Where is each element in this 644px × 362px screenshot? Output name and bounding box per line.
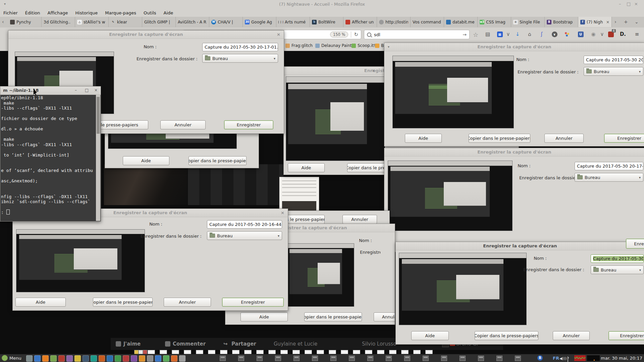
cpu-graph[interactable] bbox=[574, 355, 586, 361]
taskbar-window-button[interactable] bbox=[312, 356, 318, 361]
share-link[interactable]: Partager bbox=[231, 341, 256, 347]
maximize-icon[interactable]: □ bbox=[85, 88, 89, 93]
menu-button[interactable]: Menu bbox=[2, 355, 21, 361]
taskbar-app-icon[interactable] bbox=[34, 355, 41, 362]
zoom-level-pill[interactable]: 150 % bbox=[330, 32, 348, 38]
dialog-titlebar[interactable]: ▾ Enregistrer la capture d'écran bbox=[384, 43, 644, 51]
help-button[interactable]: Aide bbox=[240, 312, 288, 321]
close-icon[interactable]: × bbox=[372, 68, 375, 73]
tab-3[interactable]: △stAllio!'s w bbox=[75, 17, 109, 27]
close-icon[interactable]: × bbox=[277, 32, 280, 37]
new-tab-button[interactable]: + bbox=[624, 19, 628, 24]
tab-8[interactable]: 30Google Ag bbox=[243, 17, 276, 27]
taskbar-app-icon[interactable] bbox=[58, 355, 65, 362]
search-value[interactable]: sdl bbox=[374, 32, 460, 37]
minimize-icon[interactable]: – bbox=[619, 1, 621, 6]
cancel-button[interactable]: Annuler bbox=[164, 298, 211, 307]
taskbar-app-icon[interactable] bbox=[107, 355, 113, 362]
chat-tab-2[interactable]: Silvio Lorusso bbox=[362, 341, 396, 347]
save-button[interactable]: Enregistrer bbox=[604, 134, 644, 143]
taskbar-window-button[interactable] bbox=[275, 356, 281, 361]
taskbar-app-icon[interactable] bbox=[115, 355, 121, 362]
filename-field[interactable]: Capture du 2017-05-30 20-16-44.png bbox=[207, 220, 282, 229]
bookmark-item[interactable]: Frag:glitch bbox=[285, 43, 313, 48]
menubar-item-historique[interactable]: Historique bbox=[75, 10, 98, 15]
taskbar-app-icon[interactable] bbox=[99, 355, 105, 362]
save-button[interactable]: Enregistrer bbox=[224, 120, 273, 129]
minimize-icon[interactable]: – bbox=[75, 88, 77, 93]
scroll-tabs-left-icon[interactable]: ‹ bbox=[2, 19, 4, 24]
tab-18[interactable]: f(7) Nigh× bbox=[578, 17, 612, 27]
taskbar-window-button[interactable] bbox=[515, 356, 521, 361]
colorzilla-icon[interactable] bbox=[564, 31, 571, 38]
tab-14[interactable]: databit.me bbox=[444, 17, 478, 27]
copy-clipboard-button[interactable]: Copier dans le presse-papiers bbox=[93, 298, 153, 307]
folder-select[interactable]: Bureau▾ bbox=[202, 54, 278, 63]
taskbar-window-button[interactable] bbox=[330, 356, 336, 361]
copy-clipboard-button[interactable]: Copier dans le presse-papiers bbox=[189, 156, 247, 165]
downthemall-icon[interactable]: D. bbox=[619, 31, 627, 38]
shield-addon-icon[interactable]: U bbox=[577, 31, 584, 38]
taskbar-window-button[interactable] bbox=[460, 356, 466, 361]
greasemonkey-icon[interactable]: ʃ bbox=[538, 31, 545, 38]
taskbar-window-button[interactable] bbox=[404, 356, 410, 361]
help-button[interactable]: Aide bbox=[405, 134, 442, 143]
tab-11[interactable]: Afficher un bbox=[343, 17, 377, 27]
folder-select[interactable]: Bureau▾ bbox=[575, 173, 643, 182]
search-input[interactable]: sdl → bbox=[364, 30, 470, 39]
filename-field[interactable]: Capture du 2017-05-30 20-17-18.png bbox=[575, 162, 643, 170]
bookmark-item[interactable]: Delaunay Painter bbox=[315, 43, 356, 48]
dialog-titlebar[interactable]: Enregistrer la capture d'écran bbox=[396, 242, 644, 250]
go-arrow-icon[interactable]: → bbox=[463, 32, 467, 37]
like-link[interactable]: J'aime bbox=[123, 341, 141, 347]
scrollbar[interactable] bbox=[96, 95, 100, 221]
adblock-icon[interactable]: 6 bbox=[607, 31, 614, 38]
cancel-button[interactable]: Annuler bbox=[553, 331, 590, 340]
taskbar-window-button[interactable] bbox=[220, 356, 226, 361]
taskbar-app-icon[interactable] bbox=[123, 355, 129, 362]
taskbar-window-button[interactable] bbox=[441, 356, 447, 361]
taskbar-window-button[interactable] bbox=[386, 356, 392, 361]
tab-close-icon[interactable]: × bbox=[606, 20, 609, 24]
taskbar-app-icon[interactable] bbox=[147, 355, 153, 362]
menubar-item-aide[interactable]: Aide bbox=[164, 10, 173, 15]
list-all-tabs-icon[interactable]: ⌄ bbox=[635, 19, 639, 24]
taskbar-window-button[interactable] bbox=[367, 356, 373, 361]
download-icon[interactable]: ↓ bbox=[514, 31, 521, 38]
folder-select[interactable]: Bureau▾ bbox=[591, 265, 644, 274]
volume-icon[interactable]: ◀))) bbox=[559, 356, 567, 361]
save-button[interactable]: Enregistrer bbox=[608, 331, 644, 340]
chat-tab-1[interactable]: Guylaine et Lucie bbox=[274, 341, 317, 347]
folder-select[interactable]: Bureau▾ bbox=[207, 231, 282, 240]
taskbar-app-icon[interactable] bbox=[171, 355, 177, 362]
cancel-button[interactable]: Annuler bbox=[342, 215, 377, 224]
save-chevron-icon[interactable]: ∨ bbox=[504, 31, 512, 38]
dialog-titlebar[interactable]: Enregistrer la capture d'écran bbox=[384, 148, 644, 157]
scroll-tabs-right-icon[interactable]: › bbox=[614, 19, 616, 24]
terminal-output[interactable]: ep0le/ibniz-1.18 make-libs --cflags` -DX… bbox=[1, 95, 96, 221]
help-button[interactable]: Aide bbox=[288, 163, 325, 172]
terminal-titlebar[interactable]: m ~/ibniz-1.18 – □ × bbox=[0, 86, 101, 95]
tab-7[interactable]: WCHA/V | bbox=[209, 17, 243, 27]
maximize-icon[interactable]: □ bbox=[627, 1, 631, 6]
menubar-item-affichage[interactable]: Affichage bbox=[47, 10, 68, 15]
taskbar-app-icon[interactable] bbox=[66, 355, 73, 362]
hamburger-menu-icon[interactable]: ≡ bbox=[633, 31, 641, 38]
firefox-titlebar[interactable]: ▾ (7) Nightwave - Accueil - Mozilla Fire… bbox=[0, 0, 644, 9]
taskbar-window-button[interactable] bbox=[238, 356, 244, 361]
help-button[interactable]: Aide bbox=[123, 156, 169, 165]
cancel-button[interactable]: Annuler bbox=[544, 134, 584, 143]
taskbar-app-icon[interactable] bbox=[155, 355, 161, 362]
taskbar-window-button[interactable] bbox=[293, 356, 300, 361]
close-icon[interactable]: × bbox=[281, 210, 284, 215]
tab-6[interactable]: AviGlitch - A R bbox=[176, 17, 209, 27]
menubar-item-fichier[interactable]: Fichier bbox=[3, 10, 18, 15]
reload-icon[interactable]: ↻ bbox=[354, 32, 358, 38]
taskbar-app-icon[interactable] bbox=[91, 355, 97, 362]
keyboard-layout[interactable]: FR bbox=[553, 356, 559, 361]
save-button[interactable]: Enregistrer bbox=[222, 298, 284, 307]
filename-field[interactable]: Capture du 2017-05-30 20-17-1 bbox=[584, 56, 643, 64]
taskbar-app-icon[interactable] bbox=[26, 355, 33, 362]
bookmark-item[interactable]: Scoop.it! bbox=[352, 43, 375, 48]
save-page-icon[interactable]: ▦ bbox=[496, 31, 503, 38]
